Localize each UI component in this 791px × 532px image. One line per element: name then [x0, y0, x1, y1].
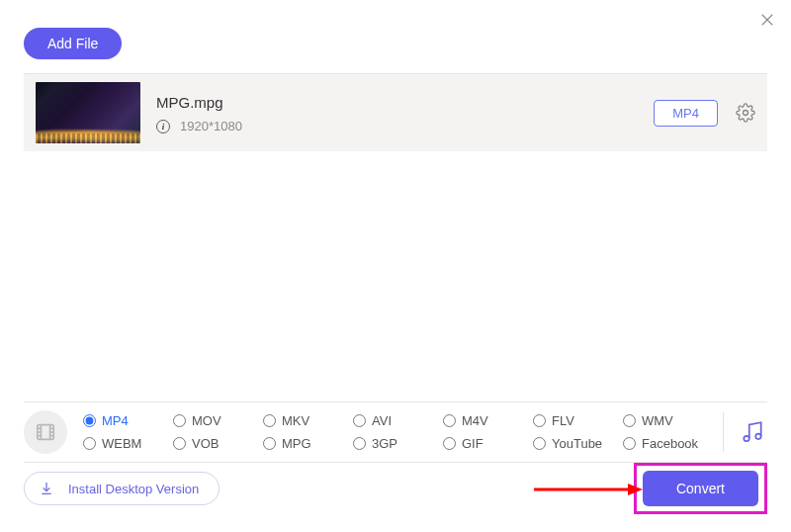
close-button[interactable]	[755, 8, 779, 32]
format-option-label: WEBM	[102, 436, 141, 451]
file-name: MPG.mpg	[156, 94, 654, 111]
video-thumbnail[interactable]	[36, 82, 140, 143]
format-option-avi[interactable]: AVI	[353, 413, 439, 428]
format-option-label: YouTube	[552, 436, 602, 451]
format-radio[interactable]	[263, 414, 276, 427]
format-radio[interactable]	[533, 437, 546, 450]
info-icon[interactable]: i	[156, 120, 170, 133]
format-radio[interactable]	[83, 437, 96, 450]
bottom-bar: Install Desktop Version Convert	[24, 463, 767, 514]
convert-highlight: Convert	[634, 463, 767, 514]
format-option-mov[interactable]: MOV	[173, 413, 259, 428]
add-file-button[interactable]: Add File	[24, 28, 122, 59]
divider	[723, 412, 724, 452]
format-radio[interactable]	[353, 437, 366, 450]
format-option-mpg[interactable]: MPG	[263, 436, 349, 451]
download-icon	[39, 481, 54, 496]
format-option-gif[interactable]: GIF	[443, 436, 529, 451]
format-option-flv[interactable]: FLV	[533, 413, 619, 428]
format-radio[interactable]	[173, 437, 186, 450]
music-icon	[740, 419, 765, 445]
format-option-vob[interactable]: VOB	[173, 436, 259, 451]
audio-category-button[interactable]	[738, 417, 767, 447]
format-option-webm[interactable]: WEBM	[83, 436, 169, 451]
close-icon	[758, 11, 776, 29]
formats-bar: MP4MOVMKVAVIM4VFLVWMVWEBMVOBMPG3GPGIFYou…	[24, 401, 767, 463]
film-icon	[35, 421, 56, 443]
file-card: MPG.mpg i 1920*1080 MP4	[24, 73, 767, 151]
gear-icon	[736, 103, 755, 123]
format-option-mkv[interactable]: MKV	[263, 413, 349, 428]
format-option-youtube[interactable]: YouTube	[533, 436, 619, 451]
format-option-label: FLV	[552, 413, 574, 428]
format-option-m4v[interactable]: M4V	[443, 413, 529, 428]
svg-point-2	[744, 111, 748, 116]
format-option-label: M4V	[462, 413, 488, 428]
convert-button[interactable]: Convert	[643, 471, 758, 506]
format-radio[interactable]	[623, 437, 636, 450]
format-radio[interactable]	[623, 414, 636, 427]
format-radio[interactable]	[353, 414, 366, 427]
format-radio[interactable]	[443, 437, 456, 450]
install-desktop-label: Install Desktop Version	[68, 482, 199, 496]
format-option-label: Facebook	[642, 436, 698, 451]
format-option-label: VOB	[192, 436, 219, 451]
format-option-label: MOV	[192, 413, 221, 428]
file-info: MPG.mpg i 1920*1080	[156, 92, 654, 133]
format-radio[interactable]	[443, 414, 456, 427]
settings-button[interactable]	[736, 103, 755, 123]
output-format-badge[interactable]: MP4	[654, 100, 718, 127]
format-radio[interactable]	[83, 414, 96, 427]
format-option-label: AVI	[372, 413, 392, 428]
format-radio[interactable]	[263, 437, 276, 450]
format-option-label: MKV	[282, 413, 309, 428]
format-radio[interactable]	[173, 414, 186, 427]
format-option-label: MP4	[102, 413, 129, 428]
format-option-facebook[interactable]: Facebook	[623, 436, 709, 451]
format-option-wmv[interactable]: WMV	[623, 413, 709, 428]
format-option-3gp[interactable]: 3GP	[353, 436, 439, 451]
format-option-label: GIF	[462, 436, 483, 451]
format-option-label: WMV	[642, 413, 673, 428]
file-resolution: 1920*1080	[180, 119, 242, 133]
format-option-mp4[interactable]: MP4	[83, 413, 169, 428]
svg-point-12	[744, 436, 748, 441]
svg-point-13	[755, 434, 760, 439]
format-radio[interactable]	[533, 414, 546, 427]
video-category-button[interactable]	[24, 410, 67, 454]
format-grid: MP4MOVMKVAVIM4VFLVWMVWEBMVOBMPG3GPGIFYou…	[83, 413, 709, 451]
format-option-label: 3GP	[372, 436, 397, 451]
format-option-label: MPG	[282, 436, 311, 451]
install-desktop-button[interactable]: Install Desktop Version	[24, 472, 220, 505]
